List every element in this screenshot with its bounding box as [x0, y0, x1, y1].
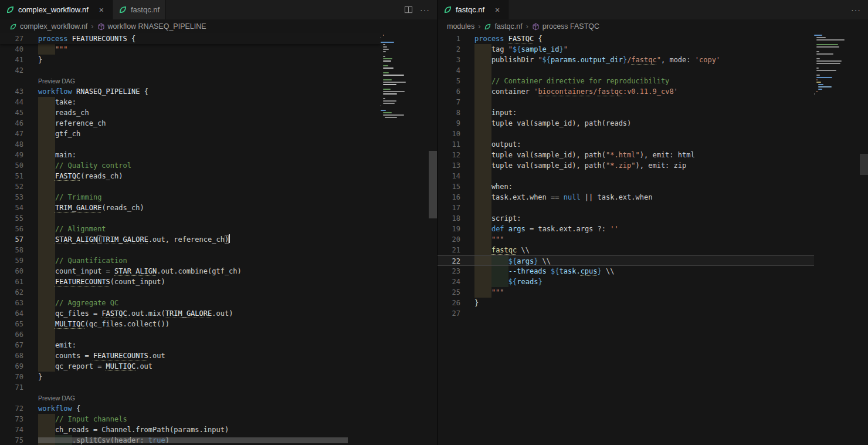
line-number[interactable]: 53 [0, 192, 23, 203]
line-number[interactable]: 54 [0, 203, 23, 213]
line-number[interactable]: 48 [0, 139, 23, 150]
code-line-61[interactable]: 61 FEATURECOUNTS(count_input) [0, 277, 381, 287]
right-vertical-scrollbar[interactable] [860, 33, 868, 445]
tab-fastqc-left[interactable]: fastqc.nf [113, 0, 166, 19]
line-number[interactable]: 75 [0, 435, 23, 445]
code-line-11[interactable]: 11 output: [438, 139, 814, 150]
left-minimap[interactable] [381, 33, 429, 445]
line-number[interactable]: 14 [438, 171, 460, 181]
line-number[interactable]: 49 [0, 150, 23, 160]
line-number[interactable]: 65 [0, 319, 23, 329]
code-line-22[interactable]: 22 ${args} \\ [438, 255, 814, 266]
line-number[interactable]: 69 [0, 361, 23, 372]
line-number[interactable]: 58 [0, 245, 23, 255]
close-icon[interactable]: × [97, 5, 106, 15]
line-number[interactable]: 3 [438, 55, 460, 65]
code-line-43[interactable]: 43workflow RNASEQ_PIPELINE { [0, 86, 381, 97]
code-line-70[interactable]: 70} [0, 372, 381, 382]
code-line-5[interactable]: 5 // Container directive for reproducibi… [438, 76, 814, 86]
code-line-17[interactable]: 17 [438, 203, 814, 213]
right-minimap[interactable] [814, 33, 860, 445]
code-line-67[interactable]: 67 emit: [0, 340, 381, 350]
line-number[interactable]: 46 [0, 118, 23, 129]
close-icon[interactable]: × [493, 5, 502, 15]
code-line-12[interactable]: 12 tuple val(sample_id), path("*.html"),… [438, 150, 814, 160]
line-number[interactable]: 5 [438, 76, 460, 86]
code-line-59[interactable]: 59 // Quantification [0, 255, 381, 266]
line-number[interactable]: 72 [0, 403, 23, 414]
code-line-1[interactable]: 1process FASTQC { [438, 33, 814, 44]
code-line-53[interactable]: 53 // Trimming [0, 192, 381, 203]
breadcrumb-symbol[interactable]: process FASTQC [532, 22, 599, 31]
code-line-3[interactable]: 3 publishDir "${params.output_dir}/fastq… [438, 55, 814, 65]
line-number[interactable]: 22 [438, 256, 460, 265]
horizontal-scrollbar[interactable] [38, 437, 348, 443]
code-line-68[interactable]: 68 counts = FEATURECOUNTS.out [0, 350, 381, 361]
code-line-10[interactable]: 10 [438, 129, 814, 139]
line-number[interactable]: 44 [0, 97, 23, 107]
code-line-20[interactable]: 20 """ [438, 234, 814, 245]
code-line-15[interactable]: 15 when: [438, 181, 814, 192]
code-line-74[interactable]: 74 ch_reads = Channel.fromPath(params.in… [0, 424, 381, 435]
line-number[interactable]: 6 [438, 86, 460, 97]
breadcrumb-file[interactable]: complex_workflow.nf [9, 22, 87, 31]
line-number[interactable]: 64 [0, 308, 23, 319]
code-line-47[interactable]: 47 gtf_ch [0, 129, 381, 139]
left-vertical-scrollbar[interactable] [429, 33, 437, 445]
left-code-area[interactable]: 27process FEATURECOUNTS { 40 """41}42Pre… [0, 33, 381, 445]
code-line-46[interactable]: 46 reference_ch [0, 118, 381, 129]
code-line-56[interactable]: 56 // Alignment [0, 224, 381, 234]
line-number[interactable]: 52 [0, 181, 23, 192]
code-line-16[interactable]: 16 task.ext.when == null || task.ext.whe… [438, 192, 814, 203]
line-number[interactable]: 18 [438, 213, 460, 224]
line-number[interactable]: 61 [0, 277, 23, 287]
line-number[interactable]: 2 [438, 44, 460, 55]
split-editor-icon[interactable] [404, 5, 413, 14]
line-number[interactable]: 62 [0, 287, 23, 298]
code-line-62[interactable]: 62 [0, 287, 381, 298]
line-number[interactable]: 71 [0, 382, 23, 393]
line-number[interactable]: 45 [0, 107, 23, 118]
line-number[interactable]: 1 [438, 33, 460, 44]
line-number[interactable]: 10 [438, 129, 460, 139]
code-line-44[interactable]: 44 take: [0, 97, 381, 107]
line-number[interactable]: 23 [438, 266, 460, 277]
line-number[interactable]: 56 [0, 224, 23, 234]
code-line-72[interactable]: 72workflow { [0, 403, 381, 414]
line-number[interactable]: 57 [0, 234, 23, 245]
more-actions-icon[interactable]: ··· [851, 5, 861, 15]
line-number[interactable]: 43 [0, 86, 23, 97]
line-number[interactable]: 41 [0, 55, 23, 65]
code-line-25[interactable]: 25 """ [438, 287, 814, 298]
line-number[interactable]: 11 [438, 139, 460, 150]
line-number[interactable]: 60 [0, 266, 23, 277]
code-line-63[interactable]: 63 // Aggregate QC [0, 298, 381, 308]
code-line-50[interactable]: 50 // Quality control [0, 160, 381, 171]
line-number[interactable]: 16 [438, 192, 460, 203]
line-number[interactable]: 27 [438, 308, 460, 319]
code-line-58[interactable]: 58 [0, 245, 381, 255]
code-line-45[interactable]: 45 reads_ch [0, 107, 381, 118]
line-number[interactable]: 40 [0, 44, 23, 55]
line-number[interactable]: 50 [0, 160, 23, 171]
line-number[interactable]: 26 [438, 298, 460, 308]
code-line-49[interactable]: 49 main: [0, 150, 381, 160]
codelens-preview-dag[interactable]: Preview DAG [38, 76, 75, 86]
code-line-7[interactable]: 7 [438, 97, 814, 107]
code-line-51[interactable]: 51 FASTQC(reads_ch) [0, 171, 381, 181]
line-number[interactable]: 63 [0, 298, 23, 308]
codelens-preview-dag[interactable]: Preview DAG [38, 393, 75, 403]
code-line-24[interactable]: 24 ${reads} [438, 277, 814, 287]
code-line-57[interactable]: 57 STAR_ALIGN(TRIM_GALORE.out, reference… [0, 234, 381, 245]
line-number[interactable]: 67 [0, 340, 23, 350]
sticky-scroll-line[interactable]: 27process FEATURECOUNTS { [0, 33, 381, 44]
scrollbar-thumb[interactable] [429, 151, 437, 218]
breadcrumb-symbol[interactable]: workflow RNASEQ_PIPELINE [97, 22, 206, 31]
code-line-41[interactable]: 41} [0, 55, 381, 65]
line-number[interactable]: 66 [0, 329, 23, 340]
line-number[interactable]: 74 [0, 424, 23, 435]
line-number[interactable]: 17 [438, 203, 460, 213]
line-number[interactable]: 21 [438, 245, 460, 255]
breadcrumb-file[interactable]: fastqc.nf [484, 22, 522, 31]
line-number[interactable]: 68 [0, 350, 23, 361]
